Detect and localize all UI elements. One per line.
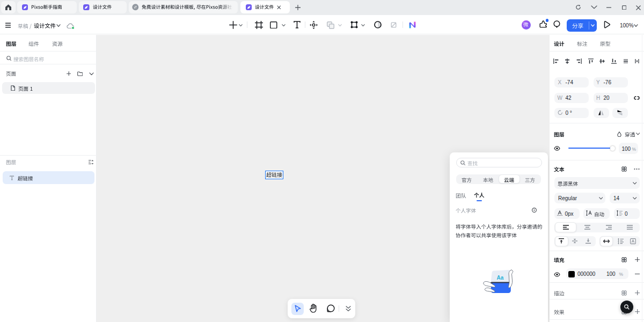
svg-text:Aa: Aa xyxy=(497,275,504,281)
